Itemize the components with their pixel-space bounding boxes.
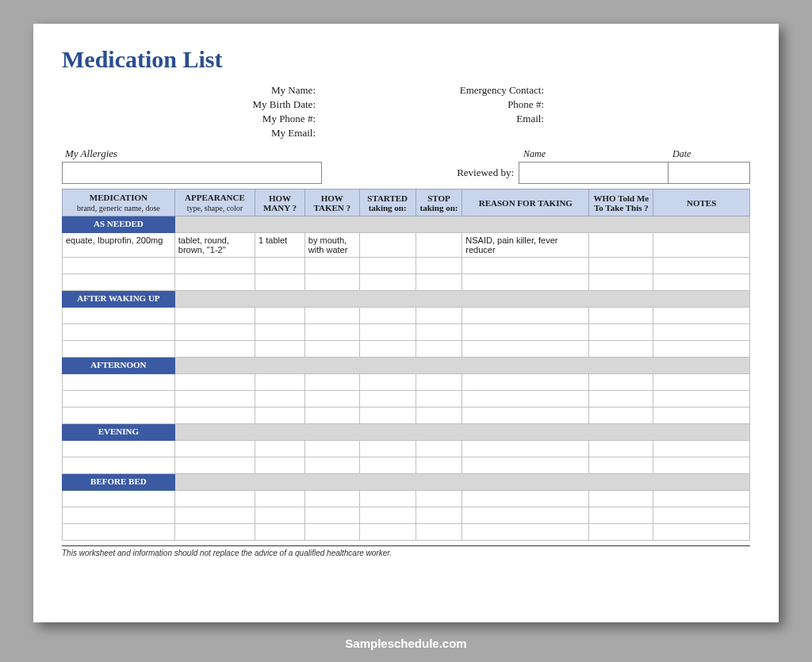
section-beforebed: BEFORE BED bbox=[63, 474, 750, 491]
my-birth-label: My Birth Date: bbox=[62, 98, 316, 111]
section-waking: AFTER WAKING UP bbox=[63, 291, 750, 308]
my-phone-label: My Phone #: bbox=[62, 113, 316, 125]
cell-appearance[interactable]: tablet, round, brown, "1-2" bbox=[174, 233, 255, 258]
col-who: WHO Told Me To Take This ? bbox=[589, 189, 653, 216]
emergency-phone-label: Phone #: bbox=[347, 98, 544, 111]
watermark: Sampleschedule.com bbox=[345, 637, 466, 650]
cell-started[interactable] bbox=[359, 233, 416, 258]
reviewed-date-input[interactable] bbox=[668, 162, 750, 184]
table-row bbox=[63, 274, 750, 291]
my-name-label: My Name: bbox=[62, 84, 316, 97]
cell-medication[interactable]: equate, Ibuprofin, 200mg bbox=[63, 233, 175, 258]
table-row bbox=[63, 308, 750, 324]
table-row: equate, Ibuprofin, 200mg tablet, round, … bbox=[63, 233, 750, 258]
personal-info: My Name: My Birth Date: My Phone #: My E… bbox=[62, 84, 316, 140]
allergies-reviewed-row: My Allergies Reviewed by: Name Date bbox=[62, 147, 750, 184]
col-appearance: APPEARANCEtype, shape, color bbox=[174, 189, 255, 216]
table-row bbox=[63, 324, 750, 341]
table-row bbox=[63, 258, 750, 274]
col-medication: MEDICATIONbrand, generic name, dose bbox=[63, 189, 175, 216]
table-row bbox=[63, 441, 750, 457]
emergency-info: Emergency Contact: Phone #: Email: bbox=[347, 84, 750, 140]
col-stop: STOP taking on: bbox=[416, 189, 462, 216]
info-row: My Name: My Birth Date: My Phone #: My E… bbox=[62, 84, 750, 140]
table-row bbox=[63, 374, 750, 391]
page-title: Medication List bbox=[62, 46, 750, 73]
emergency-email-label: Email: bbox=[347, 113, 544, 125]
reviewed-name-input[interactable] bbox=[519, 162, 668, 184]
cell-reason[interactable]: NSAID, pain killer, fever reducer bbox=[462, 233, 589, 258]
table-row bbox=[63, 457, 750, 474]
col-started: STARTED taking on: bbox=[359, 189, 416, 216]
document-page: Medication List My Name: My Birth Date: … bbox=[33, 24, 779, 622]
cell-howtaken[interactable]: by mouth, with water bbox=[304, 233, 359, 258]
col-howmany: HOW MANY ? bbox=[255, 189, 305, 216]
date-header: Date bbox=[668, 148, 750, 162]
cell-notes[interactable] bbox=[653, 233, 750, 258]
emergency-contact-label: Emergency Contact: bbox=[347, 84, 544, 97]
table-row bbox=[63, 391, 750, 408]
table-row bbox=[63, 408, 750, 424]
table-row bbox=[63, 341, 750, 358]
section-afternoon: AFTERNOON bbox=[63, 358, 750, 374]
section-label: AFTERNOON bbox=[63, 358, 175, 374]
section-label: AS NEEDED bbox=[63, 216, 175, 233]
allergies-label: My Allergies bbox=[62, 147, 322, 160]
table-header-row: MEDICATIONbrand, generic name, dose APPE… bbox=[63, 189, 750, 216]
reviewed-block: Reviewed by: Name Date bbox=[457, 148, 750, 184]
allergies-block: My Allergies bbox=[62, 147, 322, 184]
section-label: EVENING bbox=[63, 424, 175, 441]
col-reason: REASON FOR TAKING bbox=[462, 189, 589, 216]
footnote: This worksheet and information should no… bbox=[62, 545, 750, 557]
table-row bbox=[63, 507, 750, 524]
table-row bbox=[63, 524, 750, 541]
cell-howmany[interactable]: 1 tablet bbox=[255, 233, 305, 258]
medication-table: MEDICATIONbrand, generic name, dose APPE… bbox=[62, 189, 750, 541]
reviewed-label: Reviewed by: bbox=[457, 166, 519, 184]
section-evening: EVENING bbox=[63, 424, 750, 441]
section-asneeded: AS NEEDED bbox=[63, 216, 750, 233]
cell-who[interactable] bbox=[589, 233, 653, 258]
col-notes: NOTES bbox=[653, 189, 750, 216]
section-label: BEFORE BED bbox=[63, 474, 175, 491]
table-row bbox=[63, 491, 750, 507]
allergies-input[interactable] bbox=[62, 162, 322, 184]
name-header: Name bbox=[519, 148, 668, 162]
cell-stop[interactable] bbox=[416, 233, 462, 258]
section-label: AFTER WAKING UP bbox=[63, 291, 175, 308]
my-email-label: My Email: bbox=[62, 127, 316, 140]
col-howtaken: HOW TAKEN ? bbox=[304, 189, 359, 216]
